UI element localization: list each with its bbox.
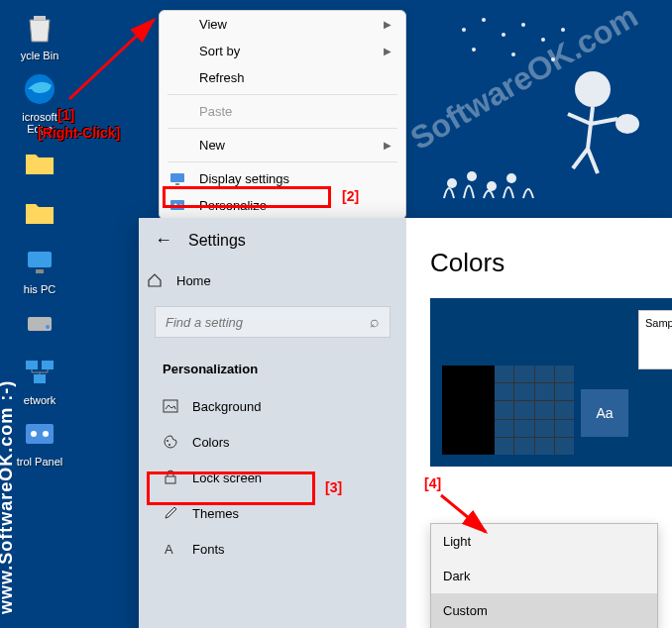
settings-title: Settings xyxy=(188,232,246,250)
svg-point-2 xyxy=(502,33,505,37)
svg-point-13 xyxy=(487,181,497,191)
context-item-view[interactable]: View▶ xyxy=(160,11,405,38)
svg-point-0 xyxy=(462,28,466,32)
color-mode-dropdown[interactable]: Light Dark Custom xyxy=(430,523,658,628)
desktop-icon-folder-1[interactable] xyxy=(0,143,79,184)
desktop-icon-disk[interactable] xyxy=(0,303,79,345)
search-input[interactable] xyxy=(166,315,370,330)
svg-line-30 xyxy=(69,20,154,99)
search-box[interactable]: ⌕ xyxy=(155,306,391,338)
desktop-icon-this-pc[interactable]: his PC xyxy=(0,242,79,295)
svg-rect-28 xyxy=(175,183,179,185)
chevron-right-icon: ▶ xyxy=(384,140,392,151)
nav-label: Background xyxy=(192,399,261,414)
svg-point-7 xyxy=(511,52,515,56)
svg-point-11 xyxy=(447,178,457,188)
desktop-icon-edge[interactable]: icrosoft Edge xyxy=(0,69,79,135)
back-button[interactable]: ← xyxy=(155,230,172,251)
edge-icon xyxy=(20,69,59,109)
svg-point-33 xyxy=(168,444,170,446)
context-item-personalize[interactable]: Personalize xyxy=(160,192,405,219)
desktop[interactable]: SoftwareOK.com ycle Bin icrosoft Edge hi… xyxy=(0,0,672,628)
svg-point-32 xyxy=(167,440,168,442)
nav-home-label: Home xyxy=(176,273,211,288)
nav-background[interactable]: Background xyxy=(155,388,391,424)
settings-sidebar: ← Settings Home ⌕ Personalization Backgr… xyxy=(139,218,406,628)
control-panel-icon xyxy=(20,414,59,454)
nav-label: Lock screen xyxy=(192,471,262,485)
palette-icon xyxy=(163,434,178,450)
svg-rect-34 xyxy=(166,476,175,483)
svg-point-26 xyxy=(43,431,49,437)
settings-topbar: ← Settings xyxy=(139,218,406,262)
network-icon xyxy=(20,353,59,392)
disk-icon xyxy=(20,303,59,343)
settings-main: Colors Sample Aa Light Dark Custom xyxy=(406,218,672,628)
wallpaper-decoration xyxy=(414,0,672,218)
svg-point-14 xyxy=(506,173,516,183)
nav-lock-screen[interactable]: Lock screen xyxy=(155,460,391,495)
chevron-right-icon: ▶ xyxy=(384,46,392,56)
svg-point-12 xyxy=(467,171,477,181)
context-item-paste: Paste xyxy=(160,98,405,125)
svg-rect-18 xyxy=(36,269,44,273)
search-icon: ⌕ xyxy=(370,313,380,331)
lock-icon xyxy=(163,470,178,485)
chevron-right-icon: ▶ xyxy=(384,19,392,30)
nav-themes[interactable]: Themes xyxy=(155,495,391,531)
desktop-context-menu: View▶ Sort by▶ Refresh Paste New▶ Displa… xyxy=(159,10,406,220)
image-icon xyxy=(163,398,178,414)
folder-icon xyxy=(20,192,59,232)
preview-tiles xyxy=(495,366,574,455)
context-item-refresh[interactable]: Refresh xyxy=(160,64,405,91)
svg-point-25 xyxy=(31,431,37,437)
desktop-icon-recycle-bin[interactable]: ycle Bin xyxy=(0,8,79,61)
svg-point-5 xyxy=(561,28,565,32)
nav-label: Themes xyxy=(192,506,239,521)
nav-fonts[interactable]: A Fonts xyxy=(155,531,391,567)
watermark-diagonal: SoftwareOK.com xyxy=(404,0,644,157)
svg-text:A: A xyxy=(165,542,173,557)
color-preview: Sample Aa xyxy=(430,298,672,467)
settings-window: ← Settings Home ⌕ Personalization Backgr… xyxy=(139,218,672,628)
svg-point-9 xyxy=(575,71,611,107)
svg-point-20 xyxy=(46,325,50,329)
home-icon xyxy=(147,272,163,288)
svg-point-8 xyxy=(551,57,555,61)
nav-colors[interactable]: Colors xyxy=(155,424,391,460)
dropdown-item-custom[interactable]: Custom xyxy=(431,593,657,628)
svg-point-3 xyxy=(521,23,525,27)
svg-rect-27 xyxy=(170,173,184,182)
folder-icon xyxy=(20,143,59,182)
preview-accent-tile: Aa xyxy=(581,389,628,437)
svg-rect-23 xyxy=(34,374,46,383)
divider xyxy=(168,161,397,162)
context-item-new[interactable]: New▶ xyxy=(160,132,405,158)
desktop-icon-folder-2[interactable] xyxy=(0,192,79,234)
preview-sample-window: Sample xyxy=(638,310,672,369)
page-title: Colors xyxy=(430,248,672,278)
svg-point-6 xyxy=(472,48,476,52)
pc-icon xyxy=(20,242,59,281)
dropdown-item-dark[interactable]: Dark xyxy=(431,559,657,593)
display-icon xyxy=(169,171,185,187)
svg-rect-15 xyxy=(34,16,46,20)
divider xyxy=(168,128,397,129)
svg-rect-21 xyxy=(26,361,38,369)
context-item-sort-by[interactable]: Sort by▶ xyxy=(160,38,405,64)
svg-rect-22 xyxy=(42,361,54,369)
context-item-display-settings[interactable]: Display settings xyxy=(160,165,405,192)
watermark-vertical: www.SoftwareOK.com :-) xyxy=(0,380,17,614)
svg-rect-31 xyxy=(164,400,177,412)
svg-rect-24 xyxy=(26,424,54,444)
svg-point-1 xyxy=(482,18,486,22)
category-title: Personalization xyxy=(139,354,406,388)
svg-rect-17 xyxy=(28,252,52,267)
svg-point-10 xyxy=(616,114,639,134)
nav-home[interactable]: Home xyxy=(139,262,406,298)
svg-point-4 xyxy=(541,38,545,42)
divider xyxy=(168,94,397,95)
brush-icon xyxy=(163,505,178,521)
dropdown-item-light[interactable]: Light xyxy=(431,524,657,559)
sidebar-nav: Background Colors Lock screen Themes A F… xyxy=(139,388,406,567)
